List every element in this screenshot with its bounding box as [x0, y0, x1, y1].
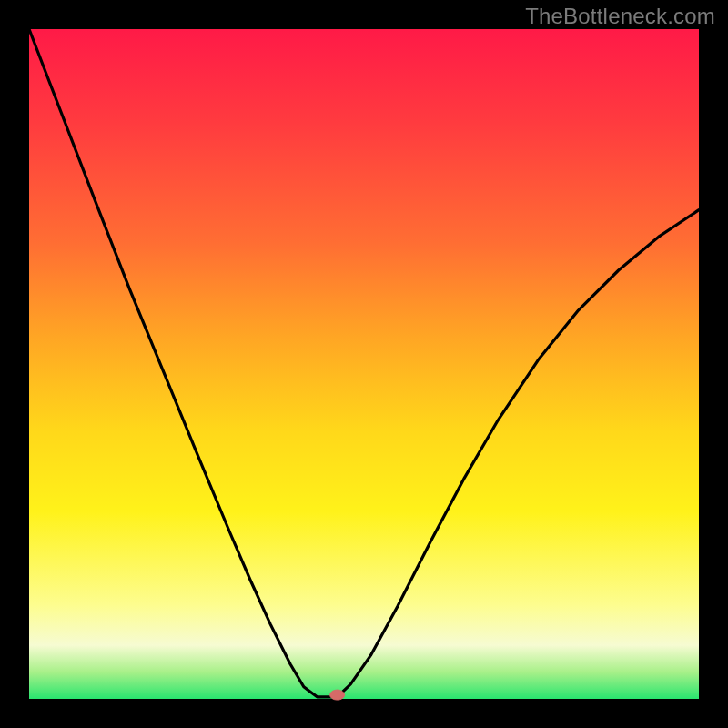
plot-area: [29, 29, 699, 699]
chart-frame: TheBottleneck.com: [0, 0, 728, 728]
bottleneck-curve: [29, 29, 699, 697]
curve-svg: [29, 29, 699, 699]
minimum-marker: [330, 690, 345, 700]
watermark-text: TheBottleneck.com: [525, 4, 715, 29]
